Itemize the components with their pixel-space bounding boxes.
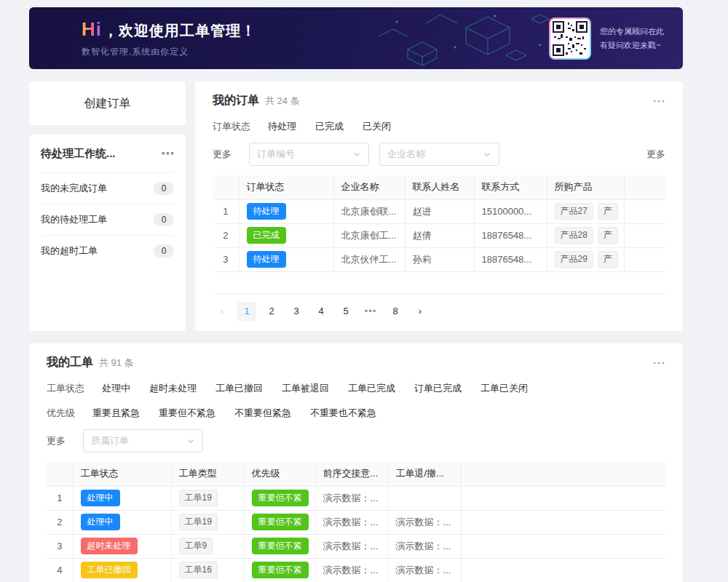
wo-type-tag: 工单19 bbox=[179, 514, 218, 530]
order-row[interactable]: 2 已完成 北京康创工... 赵倩 18876548... 产品28产 bbox=[213, 223, 665, 247]
pagination-prev-icon[interactable]: ‹ bbox=[213, 302, 232, 321]
pagination-ellipsis-icon[interactable]: ••• bbox=[361, 302, 380, 321]
wo-filter-closed[interactable]: 工单已关闭 bbox=[480, 382, 528, 395]
stat-item-unfinished-orders[interactable]: 我的未完成订单 0 bbox=[41, 172, 174, 204]
page: Hi，欢迎使用工单管理！ 数智化管理,系统由你定义 bbox=[29, 7, 683, 582]
pagination-page-4[interactable]: 4 bbox=[312, 302, 331, 321]
empty-header-cell bbox=[47, 462, 73, 486]
products-cell: 产品28产 bbox=[547, 223, 624, 247]
filter-option-completed[interactable]: 已完成 bbox=[315, 120, 344, 133]
wo-filter-wo-completed[interactable]: 工单已完成 bbox=[348, 382, 395, 395]
wo-type-cell: 工单19 bbox=[171, 510, 244, 534]
product-tag: 产品28 bbox=[555, 227, 593, 244]
stat-item-pending-workorders[interactable]: 我的待处理工单 0 bbox=[41, 204, 174, 235]
col-wo-type: 工单类型 bbox=[171, 462, 244, 486]
workorders-table: 工单状态 工单类型 优先级 前序交接意... 工单退/撤... 1 处理中 工单… bbox=[47, 462, 665, 582]
workorder-row[interactable]: 2 处理中 工单19 重要但不紧 演示数据：... 演示数据：... bbox=[47, 510, 665, 534]
workorder-row[interactable]: 3 超时未处理 工单9 重要但不紧 演示数据：... 演示数据：... bbox=[47, 534, 665, 558]
row-index: 2 bbox=[213, 223, 239, 247]
wo-filter-returned[interactable]: 工单被退回 bbox=[282, 382, 329, 395]
product-tag-clipped: 产 bbox=[598, 203, 618, 220]
col-contact-phone: 联系方式 bbox=[474, 175, 547, 199]
chevron-down-icon bbox=[483, 150, 491, 159]
priority-filter-label: 优先级 bbox=[47, 407, 75, 420]
contact-cell: 孙莉 bbox=[405, 247, 474, 271]
handover-cell: 演示数据：... bbox=[315, 534, 388, 558]
handover-cell: 演示数据：... bbox=[315, 486, 388, 510]
banner-subtitle: 数智化管理,系统由你定义 bbox=[82, 46, 256, 58]
stat-label: 我的待处理工单 bbox=[41, 213, 107, 226]
pagination-page-5[interactable]: 5 bbox=[336, 302, 355, 321]
product-tag: 产品27 bbox=[555, 203, 593, 220]
orders-panel-title: 我的订单 bbox=[213, 93, 259, 108]
qr-code-icon bbox=[553, 21, 587, 56]
withdraw-cell: 演示数据：... bbox=[388, 534, 461, 558]
wo-filter-processing[interactable]: 处理中 bbox=[102, 382, 130, 395]
count-badge: 0 bbox=[154, 182, 174, 195]
workorder-row[interactable]: 4 工单已撤回 工单16 重要但不紧 演示数据：... 演示数据：... bbox=[47, 558, 665, 582]
filter-option-pending[interactable]: 待处理 bbox=[268, 120, 296, 133]
company-name-select[interactable]: 企业名称 bbox=[379, 143, 499, 166]
order-no-select[interactable]: 订单编号 bbox=[249, 143, 369, 166]
workorder-row[interactable]: 1 处理中 工单19 重要但不紧 演示数据：... bbox=[47, 486, 665, 510]
more-filter-label: 更多 bbox=[213, 148, 232, 161]
pagination-page-1[interactable]: 1 bbox=[237, 302, 256, 321]
contact-cell: 赵进 bbox=[405, 199, 474, 223]
withdraw-cell: 演示数据：... bbox=[388, 558, 461, 582]
count-badge: 0 bbox=[154, 213, 174, 226]
qr-note-line2: 有疑问欢迎来戳~ bbox=[600, 39, 664, 52]
priority-important-urgent[interactable]: 重要且紧急 bbox=[92, 407, 140, 420]
count-badge: 0 bbox=[154, 244, 174, 258]
priority-important-not-urgent[interactable]: 重要但不紧急 bbox=[159, 407, 215, 420]
handover-cell: 演示数据：... bbox=[315, 510, 388, 534]
qr-code-frame bbox=[549, 17, 591, 60]
priority-badge: 重要但不紧 bbox=[252, 514, 309, 530]
pagination-page-2[interactable]: 2 bbox=[262, 302, 281, 321]
withdraw-cell: 演示数据：... bbox=[388, 510, 461, 534]
row-index: 4 bbox=[47, 558, 73, 582]
contact-cell: 赵倩 bbox=[405, 223, 474, 247]
filter-option-closed[interactable]: 已关闭 bbox=[363, 120, 391, 133]
wo-filter-withdrawn[interactable]: 工单已撤回 bbox=[215, 382, 263, 395]
empty-header-cell bbox=[213, 175, 239, 199]
priority-not-important-not-urgent[interactable]: 不重要也不紧急 bbox=[310, 407, 376, 420]
orders-more-link[interactable]: 更多 bbox=[646, 148, 665, 161]
wo-type-tag: 工单19 bbox=[179, 490, 218, 506]
stat-item-overdue-workorders[interactable]: 我的超时工单 0 bbox=[41, 235, 174, 266]
workorders-more-icon[interactable]: ⋯ bbox=[652, 356, 665, 370]
parent-order-select[interactable]: 所属订单 bbox=[83, 429, 203, 453]
orders-table-header-row: 订单状态 企业名称 联系人姓名 联系方式 所购产品 bbox=[213, 175, 665, 199]
wo-type-cell: 工单16 bbox=[171, 558, 244, 582]
wo-filter-order-completed[interactable]: 订单已完成 bbox=[414, 382, 462, 395]
wo-type-tag: 工单16 bbox=[179, 562, 218, 578]
priority-badge: 重要但不紧 bbox=[252, 538, 309, 554]
orders-count: 共 24 条 bbox=[265, 95, 300, 108]
pagination-page-3[interactable]: 3 bbox=[287, 302, 306, 321]
priority-not-important-urgent[interactable]: 不重要但紧急 bbox=[234, 407, 291, 420]
col-wo-status: 工单状态 bbox=[73, 462, 171, 486]
handover-cell: 演示数据：... bbox=[315, 558, 388, 582]
order-status-badge: 已完成 bbox=[247, 227, 286, 243]
pagination-page-8[interactable]: 8 bbox=[386, 302, 405, 321]
orders-more-icon[interactable]: ⋯ bbox=[652, 95, 665, 108]
empty-cell bbox=[461, 510, 665, 534]
empty-cell bbox=[461, 534, 665, 558]
wo-status-filter-label: 工单状态 bbox=[47, 382, 84, 395]
wo-type-tag: 工单9 bbox=[179, 538, 213, 554]
order-row[interactable]: 1 待处理 北京康创联... 赵进 15100000... 产品27产 bbox=[213, 199, 665, 223]
order-status-badge: 待处理 bbox=[247, 203, 286, 219]
stats-more-icon[interactable]: ⋯ bbox=[161, 147, 174, 160]
wo-status-badge: 处理中 bbox=[81, 490, 120, 506]
empty-cell bbox=[624, 199, 665, 223]
order-row[interactable]: 3 待处理 北京伙伴工... 孙莉 18876548... 产品29产 bbox=[213, 247, 665, 271]
qr-note: 您的专属顾问在此 有疑问欢迎来戳~ bbox=[600, 25, 664, 52]
wo-filter-overdue[interactable]: 超时未处理 bbox=[149, 382, 197, 395]
pagination-next-icon[interactable]: › bbox=[411, 302, 430, 321]
products-cell: 产品29产 bbox=[547, 247, 624, 271]
wo-status-badge: 处理中 bbox=[81, 514, 120, 530]
welcome-banner: Hi，欢迎使用工单管理！ 数智化管理,系统由你定义 bbox=[29, 7, 683, 69]
wo-type-cell: 工单9 bbox=[171, 534, 244, 558]
empty-cell bbox=[461, 558, 665, 582]
create-order-button[interactable]: 创建订单 bbox=[29, 81, 186, 125]
empty-header-cell bbox=[461, 462, 665, 486]
